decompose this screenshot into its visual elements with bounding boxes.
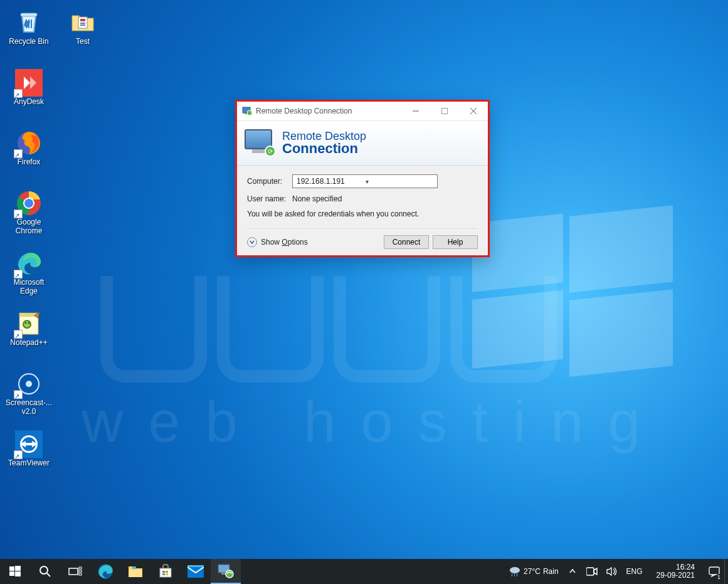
taskbar[interactable]: 27°C Rain ENG 16:24 29-09-2021 — [0, 559, 728, 584]
start-button[interactable] — [0, 559, 30, 584]
desktop-icon-screencast[interactable]: Screencast-... v2.0 — [4, 370, 54, 419]
speaker-icon — [606, 566, 618, 576]
svg-rect-32 — [9, 571, 14, 576]
tray-volume[interactable] — [602, 559, 622, 584]
desktop-icon-recycle-bin[interactable]: Recycle Bin — [4, 9, 54, 58]
svg-rect-42 — [132, 566, 136, 569]
svg-rect-27 — [442, 109, 448, 114]
notification-count: 1 — [715, 574, 722, 581]
chevron-up-icon — [569, 568, 576, 575]
anydesk-icon — [15, 69, 43, 97]
svg-rect-31 — [15, 566, 21, 571]
svg-rect-57 — [586, 568, 594, 575]
task-view-button[interactable] — [60, 559, 90, 584]
svg-rect-49 — [187, 565, 204, 567]
help-button[interactable]: Help — [433, 235, 478, 249]
svg-point-11 — [25, 322, 27, 324]
rdc-banner: ⟳ Remote Desktop Connection — [237, 120, 488, 166]
svg-line-55 — [514, 573, 515, 576]
taskbar-app-file-explorer[interactable] — [120, 559, 150, 584]
svg-rect-22 — [80, 24, 85, 26]
svg-rect-36 — [69, 568, 78, 575]
weather-rain-icon — [509, 565, 521, 578]
svg-rect-20 — [80, 19, 85, 21]
svg-rect-47 — [166, 573, 168, 575]
tray-overflow-button[interactable] — [563, 559, 582, 584]
desktop-icon-label: Microsoft Edge — [4, 279, 53, 296]
tray-clock[interactable]: 16:24 29-09-2021 — [647, 559, 704, 584]
svg-rect-21 — [80, 23, 85, 24]
desktop-icon-label: Google Chrome — [4, 218, 53, 236]
search-button[interactable] — [30, 559, 60, 584]
taskbar-app-rdc[interactable] — [211, 559, 241, 584]
username-label: User name: — [247, 194, 292, 203]
desktop-icon-teamviewer[interactable]: TeamViewer — [4, 430, 54, 479]
svg-point-53 — [510, 567, 520, 573]
chevron-down-icon: ▾ — [366, 178, 435, 185]
svg-rect-18 — [26, 443, 32, 445]
svg-point-14 — [26, 381, 32, 387]
folder-icon — [69, 9, 97, 36]
svg-rect-0 — [21, 13, 37, 16]
desktop-icon-label: Screencast-... v2.0 — [4, 399, 53, 417]
desktop-icon-label: TeamViewer — [8, 459, 50, 468]
desktop-icon-label: Recycle Bin — [9, 38, 48, 46]
svg-rect-45 — [166, 571, 168, 573]
svg-point-6 — [24, 199, 33, 208]
svg-rect-44 — [162, 571, 165, 573]
chrome-icon — [15, 189, 43, 217]
weather-widget[interactable]: 27°C Rain — [504, 559, 563, 584]
desktop-icon-label: Test — [76, 38, 90, 46]
desktop-icon-notepadpp[interactable]: Notepad++ — [4, 310, 54, 359]
svg-line-35 — [47, 573, 50, 576]
svg-point-12 — [28, 322, 30, 324]
taskbar-app-store[interactable] — [150, 559, 181, 584]
tray-notifications[interactable]: 1 — [704, 559, 724, 584]
show-options-toggle[interactable]: Show Options — [247, 237, 308, 247]
desktop-icon-anydesk[interactable]: AnyDesk — [4, 69, 54, 118]
svg-point-10 — [23, 321, 31, 328]
desktop-icon-label: AnyDesk — [14, 98, 44, 107]
edge-icon — [15, 250, 43, 277]
firefox-icon — [15, 129, 43, 157]
tray-meet-now[interactable] — [582, 559, 602, 584]
rdc-banner-icon: ⟳ — [245, 129, 276, 157]
close-button[interactable] — [459, 102, 488, 120]
show-desktop-peek[interactable] — [724, 559, 728, 584]
desktop-icon-firefox[interactable]: Firefox — [4, 129, 54, 178]
svg-point-25 — [247, 110, 252, 115]
desktop-icon-chrome[interactable]: Google Chrome — [4, 189, 54, 238]
username-value: None specified — [292, 194, 342, 203]
svg-rect-30 — [9, 566, 14, 571]
window-titlebar[interactable]: Remote Desktop Connection — [237, 102, 488, 120]
weather-desc: Rain — [543, 567, 559, 576]
svg-rect-38 — [79, 570, 82, 572]
recycle-bin-icon — [15, 9, 43, 36]
desktop-icon-label: Notepad++ — [10, 339, 47, 348]
svg-line-56 — [517, 573, 517, 576]
teamviewer-icon — [15, 430, 43, 458]
desktop[interactable]: web hosting Recycle Bin AnyDesk Firefox — [0, 0, 728, 584]
computer-label: Computer: — [247, 177, 292, 186]
desktop-icon-test-folder[interactable]: Test — [58, 9, 108, 58]
desktop-icon-edge[interactable]: Microsoft Edge — [4, 250, 54, 299]
desktop-icon-label: Firefox — [18, 158, 41, 167]
maximize-button[interactable] — [430, 102, 459, 120]
svg-rect-41 — [129, 570, 142, 577]
taskbar-app-edge[interactable] — [90, 559, 120, 584]
window-title: Remote Desktop Connection — [256, 107, 352, 115]
chevron-down-circle-icon — [247, 237, 257, 247]
windows-logo-wallpaper — [472, 207, 673, 370]
minimize-button[interactable] — [401, 102, 430, 120]
tray-language[interactable]: ENG — [622, 559, 647, 584]
svg-point-34 — [40, 566, 48, 574]
connect-button[interactable]: Connect — [384, 235, 429, 249]
language-indicator: ENG — [626, 567, 643, 576]
show-options-label: Show Options — [261, 238, 308, 247]
computer-combobox[interactable]: 192.168.1.191 ▾ — [292, 174, 438, 188]
svg-rect-33 — [15, 571, 21, 576]
remote-desktop-window[interactable]: Remote Desktop Connection ⟳ Remote Deskt… — [235, 100, 490, 257]
svg-rect-37 — [79, 567, 82, 569]
screencast-icon — [15, 370, 43, 398]
taskbar-app-mail[interactable] — [181, 559, 211, 584]
